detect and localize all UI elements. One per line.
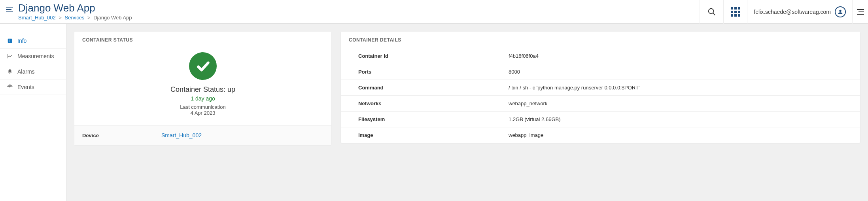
breadcrumb-current: Django Web App [93,15,132,21]
device-link[interactable]: Smart_Hub_002 [161,132,202,138]
breadcrumb-hub[interactable]: Smart_Hub_002 [18,15,56,21]
svg-point-2 [839,9,841,11]
svg-rect-4 [9,40,10,42]
details-table: Container Id f4b16f06f0a4 Ports 8000 Com… [341,48,860,143]
device-label: Device [82,133,161,138]
sidebar-item-label: Measurements [17,53,54,59]
sidebar-item-label: Info [17,38,26,44]
apps-icon [731,7,740,17]
svg-line-1 [713,13,715,15]
user-menu[interactable]: felix.schaede@softwareag.com [747,0,852,24]
user-email: felix.schaede@softwareag.com [754,9,831,15]
details-row-image: Image webapp_image [341,127,860,143]
details-row-networks: Networks webapp_network [341,95,860,111]
header: Django Web App Smart_Hub_002 > Services … [0,0,868,24]
header-left: Django Web App Smart_Hub_002 > Services … [0,0,137,23]
sidebar-item-events[interactable]: Events [0,80,66,95]
search-icon [707,8,716,16]
search-button[interactable] [700,0,723,24]
page-title: Django Web App [18,2,132,14]
svg-rect-5 [9,40,10,40]
header-right: felix.schaede@softwareag.com [700,0,868,23]
status-card-header: CONTAINER STATUS [74,32,331,48]
container-status-card: CONTAINER STATUS Container Status: up 1 … [74,32,331,145]
status-last-comm-date: 4 Apr 2023 [74,110,331,116]
sidebar: Info Measurements Alarms Events [0,24,66,201]
sidebar-item-label: Alarms [17,68,35,75]
status-text: Container Status: up [74,85,331,94]
chart-icon [6,53,13,60]
signal-icon [6,83,13,91]
user-avatar-icon [835,6,846,17]
device-row: Device Smart_Hub_002 [74,125,331,145]
svg-point-6 [9,87,10,87]
status-body: Container Status: up 1 day ago Last comm… [74,48,331,125]
container-details-card: CONTAINER DETAILS Container Id f4b16f06f… [341,32,860,143]
sidebar-item-label: Events [17,84,34,90]
bell-icon [6,68,13,75]
breadcrumb-services[interactable]: Services [65,15,85,21]
svg-point-0 [709,8,714,13]
details-row-filesystem: Filesystem 1.2GB (virtual 2.66GB) [341,111,860,127]
sidebar-item-measurements[interactable]: Measurements [0,49,66,64]
info-icon [6,37,13,44]
status-age: 1 day ago [74,95,331,102]
title-block: Django Web App Smart_Hub_002 > Services … [18,2,132,21]
status-check-icon [189,52,217,80]
apps-button[interactable] [723,0,747,24]
breadcrumb: Smart_Hub_002 > Services > Django Web Ap… [18,15,132,21]
details-card-header: CONTAINER DETAILS [341,32,860,48]
status-last-comm-label: Last communication [74,104,331,110]
content: CONTAINER STATUS Container Status: up 1 … [66,24,868,201]
main: Info Measurements Alarms Events CONTAINE… [0,24,868,201]
details-row-command: Command / bin / sh - c 'python manage.py… [341,80,860,95]
sidebar-item-alarms[interactable]: Alarms [0,64,66,80]
details-row-ports: Ports 8000 [341,64,860,80]
right-drawer-icon[interactable] [852,0,868,24]
sidebar-item-info[interactable]: Info [0,33,66,49]
details-row-container-id: Container Id f4b16f06f0a4 [341,48,860,64]
menu-icon[interactable] [5,5,14,14]
